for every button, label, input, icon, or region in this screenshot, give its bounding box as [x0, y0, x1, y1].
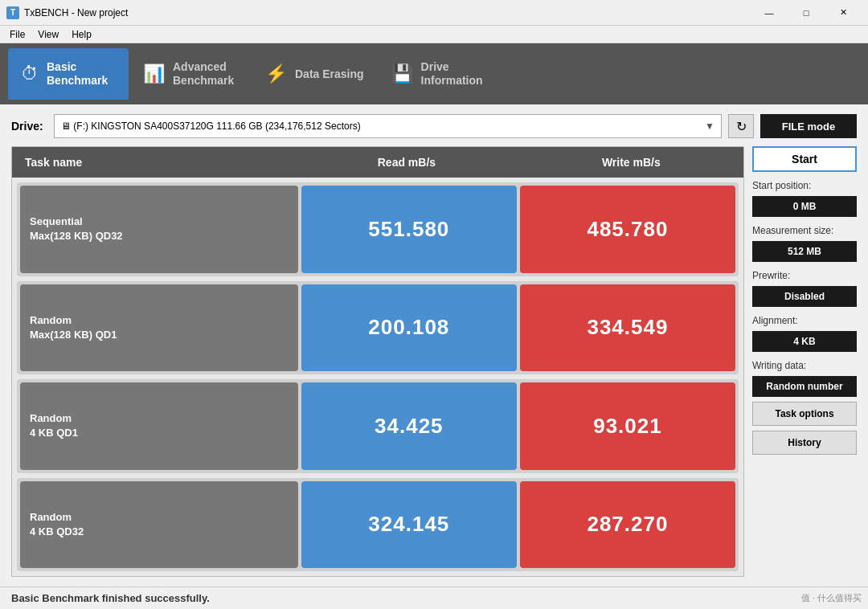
- advanced-benchmark-icon: 📊: [143, 63, 165, 84]
- tab-advanced-benchmark[interactable]: 📊 AdvancedBenchmark: [130, 48, 251, 100]
- start-position-label: Start position:: [752, 180, 857, 191]
- drive-selector[interactable]: 🖥 (F:) KINGSTON SA400S37120G 111.66 GB (…: [54, 114, 722, 138]
- table-body: SequentialMax(128 KB) QD32 551.580 485.7…: [12, 178, 743, 576]
- writing-data-value: Random number: [752, 376, 857, 397]
- file-mode-button[interactable]: FILE mode: [760, 114, 857, 138]
- alignment-label: Alignment:: [752, 315, 857, 326]
- row-read-random-4k-qd1: 34.425: [301, 382, 517, 470]
- status-bar: Basic Benchmark finished successfully.: [0, 587, 868, 609]
- row-read-random-4k-qd32: 324.145: [301, 481, 517, 569]
- measurement-size-label: Measurement size:: [752, 225, 857, 236]
- window-title: TxBENCH - New project: [24, 7, 751, 18]
- prewrite-label: Prewrite:: [752, 270, 857, 281]
- row-label-random-128: RandomMax(128 KB) QD1: [20, 284, 298, 372]
- close-button[interactable]: ✕: [825, 0, 862, 26]
- refresh-button[interactable]: ↻: [728, 114, 754, 138]
- tab-erasing-label: Data Erasing: [295, 67, 364, 81]
- watermark: 值 · 什么值得买: [798, 591, 865, 606]
- drive-row: Drive: 🖥 (F:) KINGSTON SA400S37120G 111.…: [11, 114, 857, 138]
- main-content: Drive: 🖥 (F:) KINGSTON SA400S37120G 111.…: [0, 104, 868, 587]
- refresh-icon: ↻: [736, 119, 747, 134]
- benchmark-table: Task name Read mB/s Write mB/s Sequentia…: [11, 146, 744, 577]
- row-label-sequential: SequentialMax(128 KB) QD32: [20, 186, 298, 273]
- header-write: Write mB/s: [519, 147, 743, 178]
- table-row: RandomMax(128 KB) QD1 200.108 334.549: [17, 281, 739, 375]
- app-icon: T: [6, 6, 19, 19]
- start-position-value: 0 MB: [752, 196, 857, 217]
- header-task-name: Task name: [12, 147, 294, 178]
- task-options-button[interactable]: Task options: [752, 402, 857, 426]
- status-text: Basic Benchmark finished successfully.: [11, 592, 210, 604]
- tab-bar: ⏱ BasicBenchmark 📊 AdvancedBenchmark ⚡ D…: [0, 43, 868, 104]
- drive-select-text: 🖥 (F:) KINGSTON SA400S37120G 111.66 GB (…: [61, 121, 361, 132]
- history-button[interactable]: History: [752, 431, 857, 455]
- drive-info-icon: 💾: [391, 63, 413, 84]
- table-row: SequentialMax(128 KB) QD32 551.580 485.7…: [17, 182, 739, 276]
- drive-icon: 🖥: [61, 121, 73, 132]
- window-controls: — □ ✕: [751, 0, 862, 26]
- table-row: Random4 KB QD32 324.145 287.270: [17, 478, 739, 572]
- drive-label: Drive:: [11, 120, 47, 133]
- row-write-random-4k-qd32: 287.270: [520, 481, 735, 569]
- table-row: Random4 KB QD1 34.425 93.021: [17, 379, 739, 473]
- tab-data-erasing[interactable]: ⚡ Data Erasing: [252, 48, 377, 100]
- content-area: Task name Read mB/s Write mB/s Sequentia…: [11, 146, 857, 577]
- chevron-down-icon: ▼: [705, 121, 714, 132]
- menu-view[interactable]: View: [31, 27, 65, 42]
- row-read-sequential: 551.580: [301, 186, 517, 273]
- header-read: Read mB/s: [294, 147, 518, 178]
- writing-data-label: Writing data:: [752, 360, 857, 371]
- sidebar: Start Start position: 0 MB Measurement s…: [752, 146, 857, 577]
- maximize-button[interactable]: □: [788, 0, 825, 26]
- minimize-button[interactable]: —: [751, 0, 788, 26]
- basic-benchmark-icon: ⏱: [21, 63, 39, 84]
- menu-help[interactable]: Help: [65, 27, 98, 42]
- title-bar: T TxBENCH - New project — □ ✕: [0, 0, 868, 26]
- table-header: Task name Read mB/s Write mB/s: [12, 147, 743, 178]
- alignment-value: 4 KB: [752, 331, 857, 352]
- row-label-random-4k-qd1: Random4 KB QD1: [20, 382, 298, 470]
- row-write-sequential: 485.780: [520, 186, 735, 273]
- tab-basic-label: BasicBenchmark: [47, 60, 108, 88]
- row-write-random-4k-qd1: 93.021: [520, 382, 735, 470]
- menu-file[interactable]: File: [3, 27, 31, 42]
- menu-bar: File View Help: [0, 26, 868, 43]
- tab-advanced-label: AdvancedBenchmark: [173, 60, 234, 88]
- row-write-random-128: 334.549: [520, 284, 735, 372]
- measurement-size-value: 512 MB: [752, 241, 857, 262]
- row-read-random-128: 200.108: [301, 284, 517, 372]
- row-label-random-4k-qd32: Random4 KB QD32: [20, 481, 298, 569]
- tab-drive-label: DriveInformation: [421, 60, 483, 88]
- start-button[interactable]: Start: [752, 146, 857, 172]
- tab-basic-benchmark[interactable]: ⏱ BasicBenchmark: [8, 48, 129, 100]
- prewrite-value: Disabled: [752, 286, 857, 307]
- data-erasing-icon: ⚡: [265, 63, 287, 84]
- tab-drive-information[interactable]: 💾 DriveInformation: [379, 48, 499, 100]
